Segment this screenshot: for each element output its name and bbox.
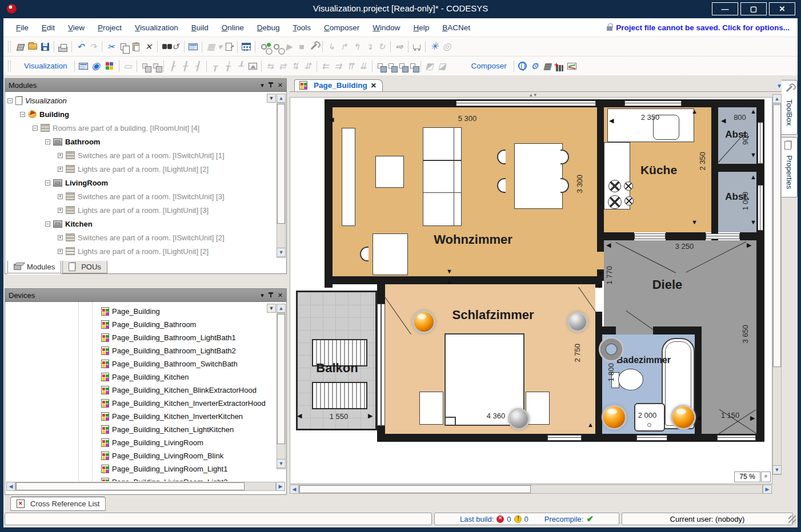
collapse-icon[interactable]	[45, 221, 50, 227]
lamp-ring-indicator[interactable]	[600, 338, 622, 360]
zoom-magnifier-icon[interactable]: ⌕	[761, 471, 771, 482]
step-next-icon[interactable]: ↴	[363, 40, 375, 54]
menu-composer[interactable]: Composer	[324, 23, 359, 32]
print-icon[interactable]	[58, 47, 67, 52]
readonly-notice[interactable]: Project file cannot be saved. Click for …	[607, 23, 790, 32]
tools-icon[interactable]	[311, 43, 317, 50]
visualization-canvas[interactable]: ◀ ◀ ▲ ◀ ▲ ▼ ▲ ▼ ▼ ◀ ▶ ▼ ▲ ▼ ▼ ◀ ▶ ◀ ▶ ▲	[290, 97, 772, 484]
resize-grip[interactable]	[788, 515, 796, 523]
zoom-select-icon[interactable]: ◉	[90, 59, 102, 73]
device-item[interactable]: Page_Building_Bathroom_LightBath1	[5, 331, 267, 344]
device-item[interactable]: Page_Building_LivingRoom_Light2	[5, 475, 267, 481]
device-item[interactable]: Page_Building_Kitchen	[5, 370, 267, 384]
align-center-icon[interactable]: ╂	[179, 59, 191, 73]
tree-item-kitchen[interactable]: Kitchen	[5, 217, 267, 231]
refactor-icon[interactable]: ✳	[428, 40, 440, 54]
device-item[interactable]: Page_Building_Kitchen_BlinkExtractorHood	[5, 384, 267, 397]
replace-icon[interactable]: ↺	[169, 40, 182, 54]
tree-item-livingroom-switches[interactable]: Switches are part of a room. [ISwitchUni…	[5, 190, 267, 203]
step-out-icon[interactable]: ↰	[350, 40, 363, 54]
device-item[interactable]: Page_Building_LivingRoom_Light1	[5, 462, 267, 475]
menu-project[interactable]: Project	[98, 23, 122, 32]
device-item[interactable]: Page_Building_Kitchen_InverterKitchen	[5, 410, 267, 423]
panel-close-icon[interactable]: ✕	[278, 82, 283, 89]
scroll-down-icon[interactable]: ▼	[277, 248, 286, 257]
run-icon[interactable]: ▶	[283, 40, 295, 54]
effect-b-icon[interactable]: ◪	[436, 59, 448, 73]
paste-icon[interactable]	[133, 43, 139, 51]
scroll-up-icon[interactable]: ▲	[277, 94, 286, 103]
device-item[interactable]: Page_Building_Bathroom	[5, 318, 267, 331]
size-d-icon[interactable]: ⇵	[302, 59, 314, 73]
tab-modules[interactable]: Modules	[7, 261, 61, 273]
tree-item-livingroom-lights[interactable]: Lights are part of a room. [ILightUnit] …	[5, 203, 267, 217]
order-forward-icon[interactable]	[399, 63, 404, 68]
device-item[interactable]: Page_Building_Kitchen_InverterExtractorH…	[5, 397, 267, 410]
frame-icon[interactable]: ▭	[122, 59, 134, 73]
distribute-left-icon[interactable]: ⇇	[319, 59, 332, 73]
device-item[interactable]: Page_Building_Bathroom_SwitchBath	[5, 357, 267, 370]
device-item[interactable]: Page_Building_Bathroom_LightBath2	[5, 344, 267, 357]
device-item[interactable]: Page_Building_Kitchen_LightKitchen	[5, 423, 267, 436]
copy-icon[interactable]	[121, 43, 126, 50]
menu-help[interactable]: Help	[413, 23, 429, 32]
canvas-scroll-up-icon[interactable]: ▲	[772, 94, 782, 103]
lamp-on-indicator[interactable]	[414, 312, 434, 332]
undo-icon[interactable]: ↶	[74, 40, 87, 54]
tree-item-bathroom-switches[interactable]: Switches are part of a room. [ISwitchUni…	[5, 148, 267, 162]
menu-file[interactable]: File	[16, 23, 29, 32]
composer-toolbar-label[interactable]: Composer	[471, 62, 507, 70]
step-over-icon[interactable]: ↱	[338, 40, 350, 54]
tree-item-bathroom-lights[interactable]: Lights are part of a room. [ILightUnit] …	[5, 162, 267, 176]
expand-icon[interactable]	[58, 235, 63, 240]
order-backward-icon[interactable]	[410, 63, 415, 68]
tab-properties[interactable]: Properties	[782, 137, 798, 198]
tree-dropdown-icon[interactable]: ▼	[267, 304, 276, 313]
library-grid-icon[interactable]: ▦	[205, 40, 217, 54]
redo-icon[interactable]: ↷	[87, 40, 99, 54]
properties-table-icon[interactable]	[242, 43, 251, 50]
stop-icon[interactable]: ■	[295, 40, 308, 54]
collapse-icon[interactable]	[33, 126, 38, 131]
collapse-icon[interactable]	[20, 112, 25, 117]
cut-icon[interactable]: ✂	[105, 40, 117, 54]
canvas-vscrollbar-thumb[interactable]	[773, 104, 781, 367]
device-item[interactable]: Page_Building_LivingRoom	[5, 436, 267, 449]
menu-online[interactable]: Online	[222, 23, 244, 32]
expand-icon[interactable]	[58, 194, 63, 199]
lamp-on-indicator[interactable]	[603, 406, 625, 428]
menu-bacnet[interactable]: BACNet	[442, 23, 470, 32]
forward-icon[interactable]: ⇨	[393, 40, 406, 54]
lamp-off-indicator[interactable]	[510, 410, 528, 428]
device-item[interactable]: Page_Building	[5, 305, 267, 318]
input-assistant-icon[interactable]	[189, 43, 198, 50]
expand-icon[interactable]	[58, 249, 63, 254]
menu-visualization[interactable]: Visualization	[135, 23, 178, 32]
tree-item-rooms[interactable]: Rooms are part of a building. [IRoomUnit…	[5, 121, 267, 135]
size-a-icon[interactable]: ⇆	[264, 59, 277, 73]
lamp-on-indicator[interactable]	[672, 406, 694, 428]
devices-panel-header[interactable]: Devices ▾ ✕	[5, 289, 286, 302]
order-back-icon[interactable]	[389, 63, 394, 68]
composer-settings-icon[interactable]: ⚙	[528, 59, 541, 73]
scroll-left-icon[interactable]: ◀	[6, 482, 15, 491]
select-mode-icon[interactable]	[79, 63, 88, 70]
tab-close-icon[interactable]: ✕	[371, 82, 377, 90]
zoom-level-box[interactable]: 75 %	[734, 471, 760, 482]
panel-close-icon[interactable]: ✕	[278, 292, 283, 299]
new-object-icon[interactable]	[226, 43, 232, 51]
generate-code-icon[interactable]	[274, 44, 279, 50]
tree-item-livingroom[interactable]: LivingRoom	[5, 176, 267, 190]
align-right-icon[interactable]: ┨	[191, 59, 204, 73]
visualization-toolbar-label[interactable]: Visualization	[24, 62, 67, 70]
composer-globe-icon[interactable]	[518, 62, 527, 70]
open-folder-icon[interactable]	[28, 43, 37, 50]
tree-item-bathroom[interactable]: Bathroom	[5, 135, 267, 148]
panel-menu-icon[interactable]: ▾	[261, 292, 264, 299]
maximize-button[interactable]: ▢	[740, 2, 767, 15]
device-item[interactable]: Page_Building_LivingRoom_Blink	[5, 449, 267, 462]
anchor-b-icon[interactable]	[153, 63, 158, 68]
devices-hscrollbar-thumb[interactable]	[16, 482, 245, 490]
size-c-icon[interactable]: ⇅	[289, 59, 302, 73]
canvas-hscrollbar-thumb[interactable]	[299, 485, 531, 493]
